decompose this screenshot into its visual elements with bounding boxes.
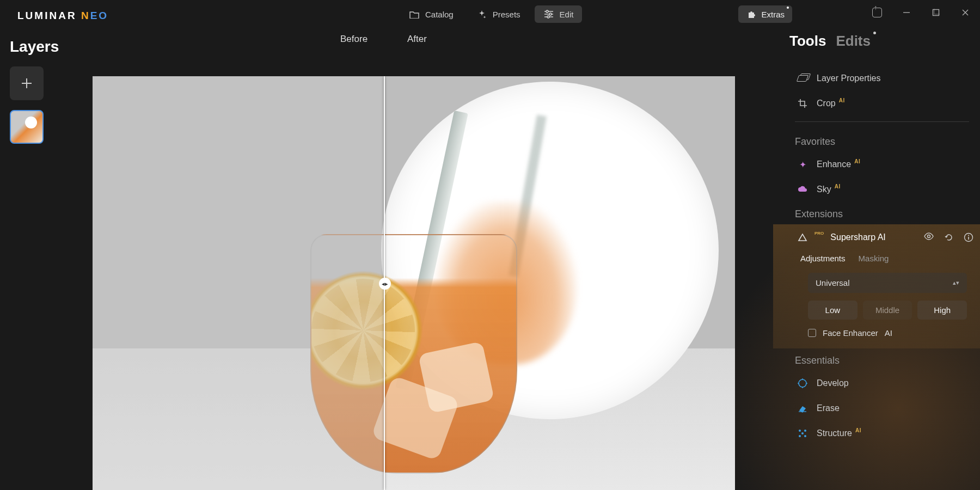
svg-point-17: [799, 379, 806, 387]
ai-badge: AI: [855, 427, 861, 433]
extensions-section-label: Extensions: [795, 202, 969, 224]
updown-icon: ▴▾: [953, 279, 959, 286]
sliders-icon: [543, 9, 554, 20]
svg-point-26: [804, 435, 806, 437]
crop-label: Crop: [817, 99, 836, 108]
erase-label: Erase: [817, 403, 840, 413]
tool-sky[interactable]: Sky AI: [797, 177, 969, 202]
erase-icon: [797, 403, 808, 414]
supersharp-icon: [797, 232, 808, 243]
mode-value: Universal: [816, 278, 850, 287]
svg-point-1: [546, 10, 548, 13]
edit-label: Edit: [560, 10, 574, 19]
tool-crop[interactable]: Crop AI: [797, 91, 969, 116]
ai-badge: AI: [839, 97, 845, 103]
structure-icon: [797, 428, 808, 439]
svg-point-15: [968, 235, 969, 236]
cloud-icon: [797, 184, 808, 195]
app-logo: LUMINAR NEO: [17, 10, 108, 22]
favorites-section-label: Favorites: [795, 130, 969, 152]
tool-enhance[interactable]: ✦ Enhance AI: [797, 152, 969, 177]
after-label: After: [407, 34, 427, 45]
svg-point-23: [799, 430, 801, 432]
info-icon: [964, 232, 973, 242]
before-label: Before: [340, 34, 367, 45]
svg-point-25: [799, 435, 801, 437]
checkbox-icon: [808, 329, 816, 337]
layers-icon: [797, 73, 808, 84]
sky-label: Sky: [817, 185, 831, 194]
strength-low[interactable]: Low: [808, 301, 857, 320]
image-canvas[interactable]: ◂▸: [93, 76, 735, 490]
presets-button[interactable]: Presets: [468, 5, 529, 23]
supersharp-title: Supersharp AI: [830, 232, 885, 242]
svg-point-27: [801, 432, 804, 434]
face-enhancer-toggle[interactable]: Face Enhancer AI: [808, 328, 967, 338]
layers-title: Layers: [10, 38, 75, 56]
strength-high[interactable]: High: [917, 301, 967, 320]
catalog-button[interactable]: Catalog: [400, 5, 462, 23]
eye-icon: [923, 232, 934, 240]
catalog-label: Catalog: [425, 10, 454, 19]
edits-dot: [873, 32, 876, 34]
plus-icon: [20, 77, 33, 90]
svg-point-5: [547, 16, 549, 18]
enhance-label: Enhance: [817, 160, 851, 169]
info-button[interactable]: [964, 232, 973, 242]
svg-point-3: [549, 13, 552, 15]
add-layer-button[interactable]: [10, 66, 44, 100]
structure-label: Structure: [817, 428, 852, 438]
essentials-section-label: Essentials: [795, 348, 969, 371]
supersharp-panel: PRO Supersharp AI Adjustments Masking: [773, 224, 980, 348]
compare-handle[interactable]: ◂▸: [379, 278, 391, 290]
tool-develop[interactable]: Develop: [797, 371, 969, 396]
edit-button[interactable]: Edit: [535, 5, 583, 23]
undo-icon: [944, 232, 954, 242]
face-enhancer-label: Face Enhancer: [823, 328, 878, 338]
tab-tools[interactable]: Tools: [789, 33, 826, 50]
visibility-toggle[interactable]: [923, 232, 934, 242]
tab-edits[interactable]: Edits: [836, 33, 871, 50]
crop-icon: [797, 98, 808, 109]
ai-badge: AI: [835, 183, 841, 189]
pro-badge: PRO: [814, 231, 824, 236]
folder-icon: [409, 9, 420, 20]
layer-thumbnail-0[interactable]: [10, 110, 44, 144]
presets-label: Presets: [493, 10, 520, 19]
strength-middle[interactable]: Middle: [863, 301, 912, 320]
develop-label: Develop: [817, 378, 849, 388]
develop-icon: [797, 378, 808, 389]
tool-layer-properties[interactable]: Layer Properties: [797, 66, 969, 91]
enhance-icon: ✦: [797, 159, 808, 170]
svg-point-13: [928, 235, 930, 238]
reset-button[interactable]: [944, 232, 954, 242]
tool-erase[interactable]: Erase: [797, 396, 969, 421]
subtab-adjustments[interactable]: Adjustments: [800, 254, 846, 263]
subtab-masking[interactable]: Masking: [859, 254, 889, 263]
puzzle-icon: [746, 9, 757, 20]
ai-badge: AI: [885, 328, 892, 338]
layer-properties-label: Layer Properties: [817, 74, 880, 83]
svg-point-24: [804, 430, 806, 432]
tool-structure[interactable]: Structure AI: [797, 421, 969, 446]
ai-badge: AI: [854, 158, 860, 164]
supersharp-mode-select[interactable]: Universal ▴▾: [808, 273, 967, 293]
sparkle-icon: [476, 9, 487, 20]
